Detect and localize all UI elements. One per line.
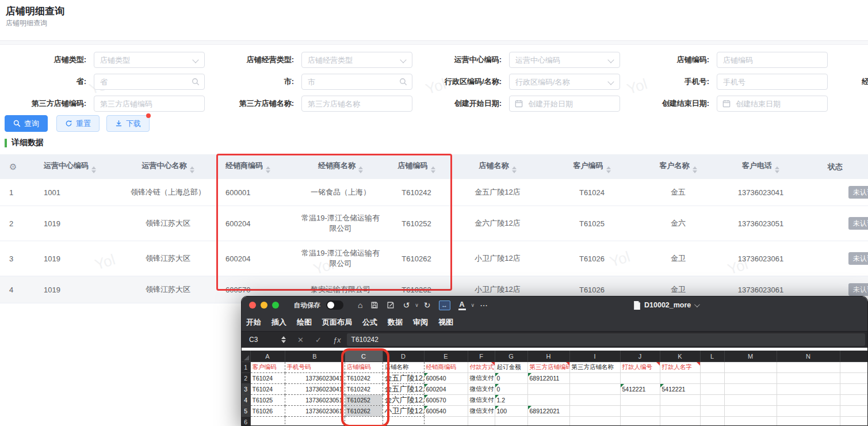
grid-cell[interactable]: [285, 417, 345, 426]
grid-cell[interactable]: 金五广陵12店: [383, 384, 424, 395]
grid-cell[interactable]: [660, 395, 700, 406]
grid-col-header[interactable]: I: [569, 351, 620, 362]
grid-cell[interactable]: 600570: [424, 395, 468, 406]
grid-cell[interactable]: 微信支付: [468, 406, 495, 417]
grid-cell[interactable]: 689122011: [527, 373, 569, 384]
grid-row-header[interactable]: 3: [242, 384, 250, 395]
grid-cell[interactable]: T61026: [250, 406, 285, 417]
grid-cell[interactable]: [660, 373, 700, 384]
shop-business-type-input[interactable]: [301, 52, 412, 68]
grid-cell[interactable]: [700, 373, 724, 384]
grid-row-header[interactable]: 1: [242, 362, 250, 373]
grid-cell[interactable]: T610242: [345, 373, 383, 384]
column-width-icon[interactable]: ↔: [439, 301, 450, 310]
grid-col-header[interactable]: B: [285, 351, 345, 362]
grid-cell[interactable]: [345, 417, 383, 426]
grid-col-header[interactable]: K: [660, 351, 700, 362]
document-title-area[interactable]: D10002_more: [633, 296, 698, 314]
insert-function-icon[interactable]: ƒx: [333, 336, 341, 344]
grid-col-header[interactable]: N: [777, 351, 840, 362]
sort-icon[interactable]: [358, 166, 363, 173]
query-button[interactable]: 查询: [5, 115, 48, 132]
grid-cell[interactable]: [724, 373, 777, 384]
grid-cell[interactable]: [777, 406, 840, 417]
third-party-shop-code-input[interactable]: [94, 96, 205, 112]
ribbon-tab[interactable]: 数据: [388, 317, 403, 328]
grid-cell[interactable]: [777, 384, 840, 395]
column-header[interactable]: 运营中心编码: [35, 154, 120, 179]
grid-col-header[interactable]: C: [345, 351, 383, 362]
grid-cell[interactable]: [495, 417, 527, 426]
grid-cell[interactable]: [620, 417, 660, 426]
redo-icon[interactable]: ↻: [424, 301, 431, 309]
create-end-date-input[interactable]: [717, 96, 828, 112]
grid-cell[interactable]: [724, 362, 777, 373]
grid-cell[interactable]: [840, 373, 868, 384]
name-box-spinner[interactable]: [281, 336, 286, 343]
sort-icon[interactable]: [606, 166, 611, 173]
grid-cell[interactable]: 店铺名称: [383, 362, 424, 373]
grid-cell[interactable]: 第三方店铺名称: [569, 362, 620, 373]
ribbon-tab[interactable]: 公式: [362, 317, 377, 328]
grid-col-header[interactable]: [840, 351, 868, 362]
operation-center-code-input[interactable]: [509, 52, 620, 68]
grid-cell[interactable]: [527, 384, 569, 395]
grid-cell[interactable]: [724, 395, 777, 406]
grid-col-header[interactable]: E: [424, 351, 468, 362]
district-code-name-input[interactable]: [509, 74, 620, 90]
sort-icon[interactable]: [693, 166, 697, 173]
grid-cell[interactable]: 小卫广陵12店: [383, 406, 424, 417]
grid-cell[interactable]: [700, 384, 724, 395]
grid-cell[interactable]: [700, 417, 724, 426]
grid-cell[interactable]: [468, 417, 495, 426]
grid-cell[interactable]: [527, 395, 569, 406]
ribbon-tab[interactable]: 视图: [438, 317, 453, 328]
sort-icon[interactable]: [775, 166, 779, 173]
home-icon[interactable]: ⌂: [358, 301, 362, 309]
sort-icon[interactable]: [190, 166, 194, 173]
province-input[interactable]: [94, 74, 205, 90]
confirm-entry-icon[interactable]: ✓: [315, 336, 322, 344]
grid-cell[interactable]: 689122021: [527, 406, 569, 417]
grid-col-header[interactable]: H: [527, 351, 569, 362]
mobile-input[interactable]: [717, 74, 828, 90]
grid-cell[interactable]: [660, 406, 700, 417]
grid-cell[interactable]: [724, 406, 777, 417]
grid-cell[interactable]: 客户编码: [250, 362, 285, 373]
grid-cell[interactable]: 13736023041: [285, 373, 345, 384]
grid-cell[interactable]: 13736023061: [285, 406, 345, 417]
grid-cell[interactable]: [569, 395, 620, 406]
font-color-dropdown-icon[interactable]: ∨: [471, 303, 475, 308]
ribbon-tab[interactable]: 插入: [272, 317, 286, 328]
column-header[interactable]: 客户名称: [637, 154, 719, 179]
grid-col-header[interactable]: J: [620, 351, 660, 362]
grid-cell[interactable]: 600204: [424, 384, 468, 395]
grid-cell[interactable]: [777, 373, 840, 384]
grid-row-header[interactable]: 5: [242, 406, 250, 417]
grid-col-header[interactable]: A: [250, 351, 285, 362]
select-all-corner[interactable]: [242, 351, 250, 362]
column-header[interactable]: 运营中心名称: [120, 154, 216, 179]
grid-cell[interactable]: 金五广陵12店: [383, 373, 424, 384]
grid-cell[interactable]: [777, 395, 840, 406]
grid-cell[interactable]: [840, 417, 868, 426]
close-window-button[interactable]: [249, 302, 256, 309]
grid-col-header[interactable]: F: [468, 351, 495, 362]
grid-row-header[interactable]: 2: [242, 373, 250, 384]
grid-cell[interactable]: 13736023041: [285, 384, 345, 395]
zoom-window-button[interactable]: [272, 302, 279, 309]
reset-button[interactable]: 重置: [56, 115, 100, 132]
grid-cell[interactable]: [777, 362, 840, 373]
more-commands-icon[interactable]: ⋯: [480, 301, 488, 309]
grid-cell[interactable]: [700, 362, 724, 373]
grid-cell[interactable]: [569, 384, 620, 395]
city-input[interactable]: [301, 74, 412, 90]
grid-col-header[interactable]: M: [724, 351, 777, 362]
grid-cell[interactable]: 1.2: [495, 395, 527, 406]
grid-cell[interactable]: [660, 417, 700, 426]
grid-cell[interactable]: 打款人名字: [660, 362, 700, 373]
ribbon-tab[interactable]: 审阅: [413, 317, 428, 328]
shop-type-input[interactable]: [94, 52, 205, 68]
grid-row-header[interactable]: 4: [242, 395, 250, 406]
grid-cell[interactable]: 手机号码: [285, 362, 345, 373]
